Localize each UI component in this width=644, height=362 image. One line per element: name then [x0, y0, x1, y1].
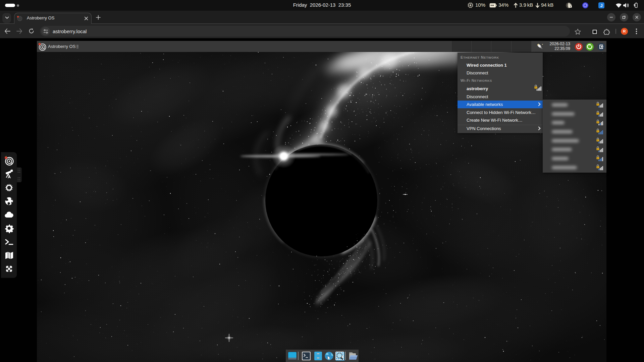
- svg-text:J: J: [600, 3, 603, 8]
